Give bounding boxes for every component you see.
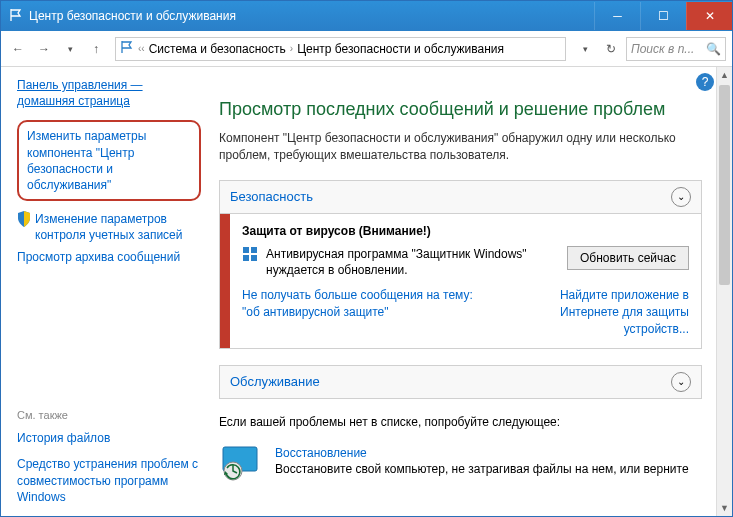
scrollbar[interactable]: ▲ ▼ (716, 67, 732, 516)
security-section-body: Защита от вирусов (Внимание!) Антивирусн… (219, 214, 702, 349)
recovery-icon (219, 445, 263, 481)
recovery-body: Восстановите свой компьютер, не затрагив… (275, 461, 689, 478)
alert-title: Защита от вирусов (Внимание!) (242, 224, 689, 238)
sidebar-uac[interactable]: Изменение параметров контроля учетных за… (35, 211, 201, 243)
maintenance-label: Обслуживание (230, 374, 320, 389)
notfound-text: Если вашей проблемы нет в списке, попроб… (219, 415, 702, 429)
recent-button[interactable]: ▾ (59, 38, 81, 60)
sidebar-change-settings[interactable]: Изменить параметры компонента "Центр без… (27, 128, 191, 193)
see-also-label: См. также (17, 409, 201, 421)
maintenance-section-header[interactable]: Обслуживание ⌄ (219, 365, 702, 399)
back-button[interactable]: ← (7, 38, 29, 60)
mute-link-line2: "об антивирусной защите" (242, 305, 389, 319)
scroll-thumb[interactable] (719, 85, 730, 285)
sidebar-archive[interactable]: Просмотр архива сообщений (17, 249, 201, 265)
sidebar-compat[interactable]: Средство устранения проблем с совместимо… (17, 456, 201, 505)
svg-rect-1 (251, 247, 257, 253)
forward-button[interactable]: → (33, 38, 55, 60)
alert-stripe (220, 214, 230, 348)
find-app-link[interactable]: Найдите приложение в Интернете для защит… (509, 287, 689, 337)
recovery-link[interactable]: Восстановление (275, 445, 689, 462)
refresh-button[interactable]: ↻ (600, 38, 622, 60)
help-icon[interactable]: ? (696, 73, 714, 91)
flag-icon (9, 8, 23, 25)
maximize-button[interactable]: ☐ (640, 2, 686, 30)
sidebar-file-history[interactable]: История файлов (17, 430, 201, 446)
svg-rect-3 (251, 255, 257, 261)
flag-icon (120, 40, 134, 57)
mute-link-line1: Не получать больше сообщения на тему: (242, 288, 473, 302)
titlebar: Центр безопасности и обслуживания ─ ☐ ✕ (1, 1, 732, 31)
breadcrumb[interactable]: ‹‹ Система и безопасность › Центр безопа… (115, 37, 566, 61)
toolbar: ← → ▾ ↑ ‹‹ Система и безопасность › Цент… (1, 31, 732, 67)
minimize-button[interactable]: ─ (594, 2, 640, 30)
sidebar-home[interactable]: Панель управления — домашняя страница (17, 77, 201, 109)
up-button[interactable]: ↑ (85, 38, 107, 60)
chevron-right-icon: › (290, 43, 293, 54)
breadcrumb-root[interactable]: Система и безопасность (149, 42, 286, 56)
chevron-down-icon[interactable]: ⌄ (671, 372, 691, 392)
main-content: ? Просмотр последних сообщений и решение… (211, 67, 732, 516)
defender-icon (242, 246, 258, 262)
page-heading: Просмотр последних сообщений и решение п… (219, 99, 702, 120)
scroll-up-icon[interactable]: ▲ (717, 67, 732, 83)
sidebar: Панель управления — домашняя страница Из… (1, 67, 211, 516)
window-title: Центр безопасности и обслуживания (29, 9, 594, 23)
shield-icon (17, 211, 31, 227)
search-input[interactable]: Поиск в п... 🔍 (626, 37, 726, 61)
dropdown-button[interactable]: ▾ (574, 38, 596, 60)
close-button[interactable]: ✕ (686, 2, 732, 30)
chevron-down-icon[interactable]: ⌄ (671, 187, 691, 207)
svg-rect-0 (243, 247, 249, 253)
scroll-down-icon[interactable]: ▼ (717, 500, 732, 516)
security-section-header[interactable]: Безопасность ⌄ (219, 180, 702, 214)
breadcrumb-current[interactable]: Центр безопасности и обслуживания (297, 42, 504, 56)
svg-rect-2 (243, 255, 249, 261)
intro-text: Компонент "Центр безопасности и обслужив… (219, 130, 702, 164)
alert-body: Антивирусная программа "Защитник Windows… (266, 246, 559, 280)
mute-messages-link[interactable]: Не получать больше сообщения на тему: "о… (242, 287, 473, 321)
security-label: Безопасность (230, 189, 313, 204)
chevron-right-icon: ‹‹ (138, 43, 145, 54)
recovery-block: Восстановление Восстановите свой компьют… (219, 445, 702, 481)
search-placeholder: Поиск в п... (631, 42, 694, 56)
sidebar-change-settings-highlight: Изменить параметры компонента "Центр без… (17, 120, 201, 201)
search-icon: 🔍 (706, 42, 721, 56)
update-now-button[interactable]: Обновить сейчас (567, 246, 689, 270)
